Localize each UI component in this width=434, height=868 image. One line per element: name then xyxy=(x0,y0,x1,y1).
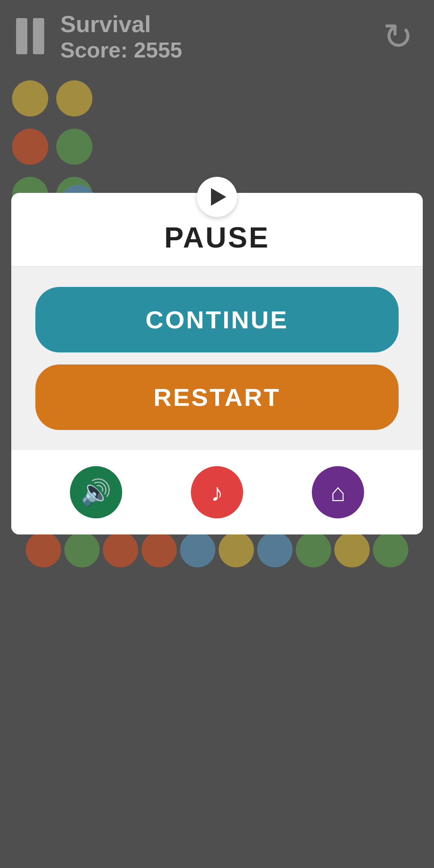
home-button[interactable]: ⌂ xyxy=(312,466,364,518)
play-icon xyxy=(211,188,226,206)
music-button[interactable]: ♪ xyxy=(191,466,243,518)
continue-button[interactable]: CONTINUE xyxy=(35,287,399,352)
modal-footer: 🔊 ♪ ⌂ xyxy=(11,450,423,534)
modal-buttons: CONTINUE RESTART xyxy=(11,267,423,450)
sound-button[interactable]: 🔊 xyxy=(70,466,122,518)
play-button[interactable] xyxy=(197,177,237,217)
sound-icon: 🔊 xyxy=(80,478,111,507)
game-container: Survival Score: 2555 ↺ PAUSE CONTINUE RE… xyxy=(0,0,434,868)
home-icon: ⌂ xyxy=(331,478,346,507)
music-icon: ♪ xyxy=(211,478,223,507)
pause-modal: PAUSE CONTINUE RESTART 🔊 ♪ ⌂ xyxy=(11,193,423,534)
pause-title: PAUSE xyxy=(27,221,407,254)
restart-button[interactable]: RESTART xyxy=(35,364,399,430)
